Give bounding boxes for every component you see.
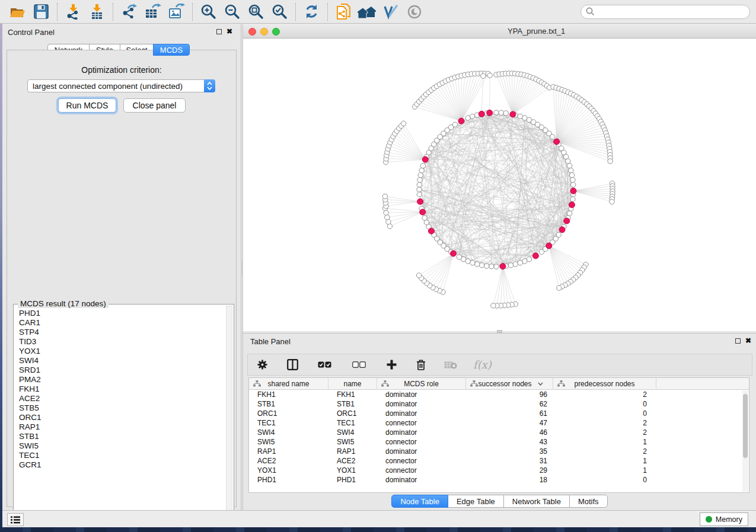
save-session-button[interactable] [31,2,51,21]
task-history-button[interactable] [7,513,24,526]
mcds-result-item[interactable]: GCR1 [14,460,225,470]
cell[interactable]: STB1 [328,399,377,409]
cell[interactable]: PHD1 [328,475,377,485]
column-header-successor-nodes[interactable]: successor nodes [466,378,553,390]
mcds-list-scrollbar[interactable] [226,306,232,523]
table-row-FKH1[interactable]: FKH1FKH1dominator962 [249,390,749,399]
tab-network-table[interactable]: Network Table [503,495,570,508]
table-row-RAP1[interactable]: RAP1RAP1dominator352 [249,447,749,456]
close-panel-icon[interactable]: ✖ [227,27,232,36]
cell[interactable]: dominator [377,475,466,485]
cell[interactable]: connector [377,466,466,475]
cell[interactable]: RAP1 [249,447,328,456]
mcds-result-item[interactable]: TEC1 [14,451,225,460]
cell[interactable]: FKH1 [328,390,377,399]
zoom-selected-button[interactable] [269,2,289,21]
search-input[interactable] [598,7,745,16]
table-row-TEC1[interactable]: TEC1TEC1connector472 [249,418,749,428]
network-view[interactable] [243,39,756,331]
mcds-result-item[interactable]: STP4 [14,328,225,337]
select-all-button[interactable] [318,361,331,368]
cell[interactable]: 29 [466,466,553,475]
mcds-result-item[interactable]: ACE2 [14,394,225,403]
zoom-out-button[interactable] [222,2,242,21]
criterion-select[interactable]: largest connected component (undirected) [27,79,215,92]
close-panel-button[interactable]: Close panel [123,98,186,113]
cell[interactable]: ORC1 [249,409,328,418]
maximize-window-icon[interactable] [272,28,280,36]
zoom-in-button[interactable] [198,2,218,21]
mcds-result-item[interactable]: TID3 [14,337,225,347]
cell[interactable]: 47 [466,418,553,428]
cell[interactable]: TEC1 [249,418,328,428]
cell[interactable]: 1 [553,456,656,466]
mcds-result-item[interactable]: STB5 [14,403,225,413]
apply-layout-button[interactable] [301,2,321,21]
cell[interactable]: 96 [466,390,553,399]
cell[interactable]: 1 [553,437,656,447]
cell[interactable]: TEC1 [328,418,377,428]
add-row-button[interactable] [387,360,397,370]
mcds-result-item[interactable]: SWI4 [14,356,225,366]
cell[interactable]: 0 [553,409,656,418]
cell[interactable]: 61 [466,409,553,418]
cell[interactable]: 2 [553,418,656,428]
cell[interactable]: ORC1 [328,409,377,418]
mcds-result-item[interactable]: YOX1 [14,347,225,356]
float-table-panel-icon[interactable] [735,338,741,344]
table-row-PHD1[interactable]: PHD1PHD1dominator180 [249,475,749,485]
cell[interactable]: 0 [553,475,656,485]
show-columns-button[interactable] [287,359,298,370]
cell[interactable]: 62 [466,399,553,409]
cell[interactable]: FKH1 [249,390,328,399]
cell[interactable]: 2 [553,428,656,437]
mcds-result-item[interactable]: STB1 [14,432,225,441]
cell[interactable]: dominator [377,428,466,437]
cell[interactable]: PHD1 [249,475,328,485]
table-scrollbar[interactable] [742,390,748,492]
memory-button[interactable]: Memory [700,512,748,526]
cell[interactable]: 46 [466,428,553,437]
mcds-result-item[interactable]: FKH1 [14,384,225,394]
table-scrollbar-thumb[interactable] [743,394,748,458]
mcds-result-list[interactable]: PHD1CAR1STP4TID3YOX1SWI4SRD1PMA2FKH1ACE2… [14,309,225,523]
table-row-STB1[interactable]: STB1STB1dominator620 [249,399,749,409]
mcds-result-item[interactable]: PHD1 [14,309,225,318]
cell[interactable]: 2 [553,447,656,456]
cell[interactable]: YOX1 [249,466,328,475]
cell[interactable]: dominator [377,447,466,456]
tab-edge-table[interactable]: Edge Table [448,495,504,508]
tab-mcds[interactable]: MCDS [153,44,190,56]
delete-row-button[interactable] [416,360,426,370]
cell[interactable]: connector [377,418,466,428]
column-header-MCDS-role[interactable]: MCDS role [377,378,466,390]
export-table-button[interactable] [142,2,162,21]
table-row-SWI4[interactable]: SWI4SWI4dominator462 [249,428,749,437]
apply-style-button[interactable] [381,2,401,21]
network-canvas[interactable] [243,39,756,331]
cell[interactable]: dominator [377,409,466,418]
cell[interactable]: 0 [553,399,656,409]
cell[interactable]: SWI4 [249,428,328,437]
column-header-shared-name[interactable]: shared name [249,378,328,390]
minimize-window-icon[interactable] [260,28,268,36]
cell[interactable]: RAP1 [328,447,377,456]
mcds-result-item[interactable]: PMA2 [14,375,225,384]
cell[interactable]: SWI5 [249,437,328,447]
tab-motifs[interactable]: Motifs [569,495,608,508]
close-window-icon[interactable] [248,28,256,36]
table-row-ACE2[interactable]: ACE2ACE2connector311 [249,456,749,466]
mcds-result-item[interactable]: SWI5 [14,441,225,451]
mcds-result-item[interactable]: RAP1 [14,422,225,432]
run-mcds-button[interactable]: Run MCDS [58,98,116,113]
zoom-fit-button[interactable] [245,2,266,21]
float-panel-icon[interactable] [216,29,222,34]
open-file-button[interactable] [7,2,27,21]
cell[interactable]: 2 [553,390,656,399]
export-network-button[interactable] [119,2,139,21]
export-image-button[interactable] [166,2,186,21]
table-row-SWI5[interactable]: SWI5SWI5connector431 [249,437,749,447]
column-header-name[interactable]: name [328,378,377,390]
cell[interactable]: ACE2 [249,456,328,466]
cell[interactable]: 35 [466,447,553,456]
